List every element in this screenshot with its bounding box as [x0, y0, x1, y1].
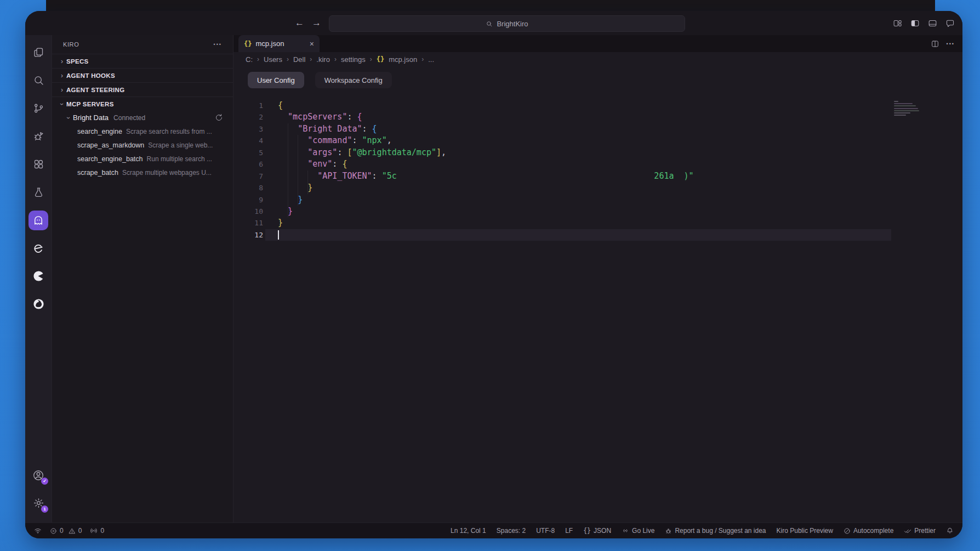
code-text: } — [278, 206, 293, 217]
split-editor-icon[interactable] — [931, 39, 939, 48]
sidebar-item-kiro[interactable] — [25, 206, 52, 234]
ports-indicator[interactable]: 0 — [90, 527, 104, 535]
chat-icon[interactable] — [945, 19, 955, 28]
breadcrumb: C:›Users›Dell›.kiro›settings›{}mcp.json›… — [233, 52, 962, 66]
breadcrumb-item[interactable]: ... — [428, 55, 434, 64]
encoding[interactable]: UTF-8 — [536, 527, 555, 535]
tab-mcp-json[interactable]: {} mcp.json × — [238, 35, 320, 52]
mcp-server-row[interactable]: › Bright Data Connected — [52, 111, 233, 124]
breadcrumb-item[interactable]: Users — [264, 55, 282, 64]
code-line[interactable]: 8 } — [233, 182, 962, 194]
mcp-tool-row[interactable]: scrape_as_markdownScrape a single web... — [52, 138, 233, 152]
close-icon[interactable]: × — [310, 39, 314, 48]
mcp-tool-row[interactable]: scrape_batchScrape multiple webpages U..… — [52, 166, 233, 179]
feedback-button[interactable]: Report a bug / Suggest an idea — [665, 527, 766, 535]
nav-back-button[interactable]: ← — [295, 18, 304, 29]
section-label: AGENT HOOKS — [66, 72, 115, 79]
settings-button[interactable]: 1 — [25, 489, 52, 517]
json-braces-icon: {} — [583, 527, 591, 535]
text-cursor — [278, 230, 279, 240]
sidebar-item-debug[interactable] — [25, 122, 52, 150]
mcp-tool-list: search_engineScrape search results from … — [52, 124, 233, 179]
mcp-tool-row[interactable]: search_engine_batchRun multiple search .… — [52, 152, 233, 166]
editor-group: {} mcp.json × ••• C:›Users›Dell›.kiro›se… — [233, 35, 962, 522]
refresh-icon[interactable] — [215, 113, 223, 122]
prettier-indicator[interactable]: Prettier — [904, 527, 936, 535]
code-line[interactable]: 5 "args": ["@brightdata/mcp"], — [233, 147, 962, 158]
current-line-highlight — [265, 229, 891, 241]
line-number: 6 — [233, 158, 263, 170]
code-line[interactable]: 12 — [233, 229, 962, 241]
code-line[interactable]: 10 } — [233, 206, 962, 217]
indentation[interactable]: Spaces: 2 — [497, 527, 526, 535]
sidebar-section-agent-steering[interactable]: ›AGENT STEERING — [52, 82, 233, 96]
section-label: MCP SERVERS — [66, 101, 114, 107]
code-line[interactable]: 11} — [233, 217, 962, 229]
code-text: } — [278, 182, 312, 194]
tool-description: Scrape a single web... — [148, 141, 213, 149]
code-line[interactable]: 4 "command": "npx", — [233, 135, 962, 146]
breadcrumb-item[interactable]: mcp.json — [389, 55, 417, 64]
remote-indicator[interactable] — [34, 527, 42, 535]
minimap[interactable] — [894, 101, 927, 117]
code-line[interactable]: 1{ — [233, 100, 962, 111]
code-text: } — [278, 194, 303, 206]
sidebar-section-mcp-servers[interactable]: ›MCP SERVERS — [52, 96, 233, 111]
mcp-tool-row[interactable]: search_engineScrape search results from … — [52, 124, 233, 138]
workspace-config-button[interactable]: Workspace Config — [315, 72, 392, 88]
chevron-right-icon: › — [370, 55, 372, 63]
sidebar-item-testing[interactable] — [25, 178, 52, 206]
chevron-down-icon: › — [65, 113, 72, 122]
sidebar-item-source-control[interactable] — [25, 94, 52, 122]
sidebar-section-agent-hooks[interactable]: ›AGENT HOOKS — [52, 68, 233, 82]
code-text: "mcpServers": { — [278, 111, 362, 123]
sidebar-item-search[interactable] — [25, 66, 52, 94]
layout-icon[interactable] — [893, 19, 902, 28]
line-number: 1 — [233, 100, 263, 111]
sidebar-panel: KIRO ••• ›SPECS›AGENT HOOKS›AGENT STEERI… — [52, 35, 233, 522]
eol-sequence[interactable]: LF — [565, 527, 573, 535]
section-label: SPECS — [66, 58, 89, 65]
language-mode[interactable]: {} JSON — [583, 527, 611, 535]
sidebar-item-extensions[interactable] — [25, 150, 52, 178]
nav-forward-button[interactable]: → — [312, 18, 321, 29]
command-center-search[interactable]: BrightKiro — [329, 15, 685, 32]
code-text: "args": ["@brightdata/mcp"], — [278, 147, 446, 158]
bell-icon[interactable] — [946, 527, 954, 535]
code-line[interactable]: 9 } — [233, 194, 962, 206]
account-badge: ✓ — [41, 478, 48, 485]
go-live-button[interactable]: Go Live — [622, 527, 654, 535]
breadcrumb-item[interactable]: .kiro — [316, 55, 330, 64]
editor-more-button[interactable]: ••• — [947, 41, 955, 47]
breadcrumb-item[interactable]: C: — [246, 55, 253, 64]
code-line[interactable]: 6 "env": { — [233, 158, 962, 170]
wedge-logo-icon — [32, 270, 45, 282]
code-line[interactable]: 3 "Bright Data": { — [233, 123, 962, 135]
code-editor[interactable]: 1{2 "mcpServers": {3 "Bright Data": {4 "… — [233, 95, 962, 522]
sidebar-item-extension-e[interactable] — [25, 234, 52, 262]
user-config-button[interactable]: User Config — [248, 72, 304, 88]
bottom-panel-icon[interactable] — [928, 19, 937, 28]
source-control-icon — [33, 103, 44, 114]
breadcrumb-item[interactable]: Dell — [293, 55, 305, 64]
json-file-icon: {} — [244, 40, 252, 48]
sidebar-item-extension-wedge[interactable] — [25, 262, 52, 290]
breadcrumb-item[interactable]: settings — [341, 55, 366, 64]
section-label: AGENT STEERING — [66, 87, 124, 93]
panel-toggle-icon[interactable] — [910, 19, 920, 28]
code-line[interactable]: 2 "mcpServers": { — [233, 111, 962, 123]
autocomplete-toggle[interactable]: Autocomplete — [844, 527, 893, 535]
kiro-preview-label[interactable]: Kiro Public Preview — [777, 527, 833, 535]
sidebar-item-extension-rabbit[interactable] — [25, 290, 52, 318]
code-line[interactable]: 7 "API_TOKEN": "5c 261a )" — [233, 171, 962, 182]
problems-indicator[interactable]: 0 0 — [50, 527, 82, 535]
search-text: BrightKiro — [497, 20, 528, 28]
sidebar-more-button[interactable]: ••• — [214, 42, 222, 47]
account-button[interactable]: ✓ — [25, 461, 52, 489]
warning-count: 0 — [78, 527, 82, 535]
cursor-position[interactable]: Ln 12, Col 1 — [451, 527, 486, 535]
sidebar-section-specs[interactable]: ›SPECS — [52, 54, 233, 68]
go-live-icon — [622, 527, 629, 535]
sidebar-item-explorer[interactable] — [25, 38, 52, 66]
warning-icon — [69, 527, 76, 535]
